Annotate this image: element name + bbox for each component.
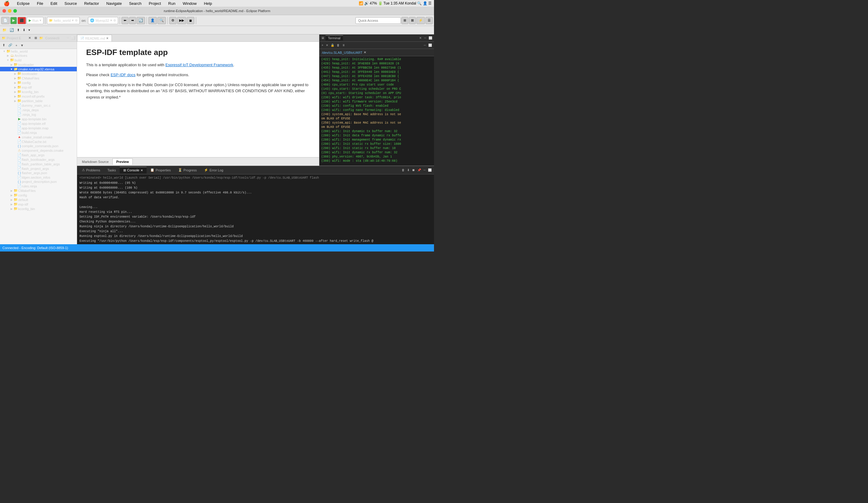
menu-source[interactable]: Source	[63, 1, 78, 6]
menu-navigate[interactable]: Navigate	[105, 1, 123, 6]
sidebar-new-btn[interactable]: +	[14, 43, 19, 48]
terminal-device-close[interactable]: ✕	[364, 51, 366, 54]
tree-item-ldgen[interactable]: 📄 ldgen.section_infos	[0, 175, 77, 179]
menu-eclipse[interactable]: Eclipse	[16, 1, 31, 6]
tree-item-partition_table[interactable]: ▶ 📁 partition_table	[0, 99, 77, 103]
toolbar-view-btn3[interactable]: ⚡	[416, 17, 425, 24]
console-close-icon[interactable]: ✕	[141, 169, 143, 172]
toolbar-view-btn2[interactable]: ⊠	[409, 17, 416, 24]
tree-item-CMakeCache[interactable]: 📄 CMakeCache.txt	[0, 139, 77, 144]
tab-properties[interactable]: 📋 Properties	[147, 167, 174, 173]
new-button[interactable]: 📄	[1, 17, 10, 24]
editor-content[interactable]: ESP-IDF template app This is a template …	[77, 42, 319, 157]
tree-item-config2[interactable]: ▶ 📁 config	[0, 193, 77, 197]
terminal-tab[interactable]: Terminal	[326, 35, 343, 41]
toolbar-btn8[interactable]: ⏹	[187, 17, 194, 24]
menu-file[interactable]: File	[36, 1, 44, 6]
tree-item-flash_bootloader_args[interactable]: 📄 flash_bootloader_args	[0, 157, 77, 162]
quick-access-input[interactable]	[355, 17, 401, 24]
tab-markdown-source[interactable]: Markdown Source	[78, 159, 112, 165]
sidebar-collapse-btn[interactable]: ⬆	[1, 43, 6, 48]
sidebar-link-btn[interactable]: 🔗	[7, 43, 13, 48]
tree-item-build[interactable]: ▼ 📁 build	[0, 58, 77, 62]
tab-tasks[interactable]: Tasks	[104, 167, 120, 173]
tree-item-cmake-run[interactable]: ▼ 📁 cmake.run.esp32.xtensa	[0, 67, 77, 71]
toolbar-view-btn1[interactable]: ⊞	[401, 17, 408, 24]
toolbar-btn7[interactable]: ▶▶	[177, 17, 186, 24]
tree-item-CMakeFiles2[interactable]: ▶ 📁 CMakeFiles	[0, 188, 77, 193]
tree-item-esp-idf2[interactable]: ▶ 📁 esp-idf	[0, 202, 77, 206]
tree-item-hello_world[interactable]: ▼ 📁 hello_world	[0, 49, 77, 53]
tree-item-app_elf[interactable]: 📄 app-template.elf	[0, 121, 77, 126]
tree-item-dummy_main[interactable]: 📄 dummy_main_src.c	[0, 103, 77, 107]
tab-preview[interactable]: Preview	[112, 158, 133, 165]
close-button[interactable]	[2, 9, 6, 13]
project-combo[interactable]: 📁 hello_world ▾ ⚙	[47, 17, 80, 24]
menu-run[interactable]: Run	[167, 1, 177, 6]
tree-item-bootloader[interactable]: ▶ 📁 bootloader	[0, 62, 77, 67]
console-output[interactable]: <terminated> hello_world [Launch over Se…	[77, 174, 434, 244]
tab-close-icon[interactable]: ✕	[106, 37, 108, 40]
toolbar2-btn5[interactable]: ▾	[27, 28, 31, 33]
toolbar-btn5[interactable]: 🔍	[157, 17, 166, 24]
tab-problems[interactable]: ⚠ Problems	[78, 167, 104, 173]
maximize-button[interactable]	[13, 9, 17, 13]
console-clear-btn[interactable]: 🗑	[401, 168, 406, 172]
tree-item-project_description[interactable]: { } project_description.json	[0, 179, 77, 184]
tree-item-flasher_args[interactable]: { } flasher_args.json	[0, 171, 77, 175]
menu-refactor[interactable]: Refactor	[83, 1, 100, 6]
link-esp-idf-docs[interactable]: ESP-IDF docs	[111, 73, 135, 77]
tree-item-mconf[interactable]: ▶ 📁 mconf-idf-prefix	[0, 94, 77, 99]
tree-item-rules_ninja[interactable]: 📄 rules.ninja	[0, 184, 77, 188]
menu-edit[interactable]: Edit	[49, 1, 58, 6]
console-max-btn[interactable]: ⬜	[427, 168, 433, 172]
terminal-clear-btn[interactable]: 🗑	[336, 43, 341, 48]
editor-tab-readme[interactable]: 📄 README.md ✕	[77, 35, 112, 41]
console-stop-btn[interactable]: ⏹	[411, 168, 416, 172]
toolbar2-btn3[interactable]: ⬆	[16, 28, 21, 33]
tree-item-compile_commands[interactable]: { } compile_commands.json	[0, 144, 77, 148]
terminal-min-btn2[interactable]: ─	[423, 43, 427, 48]
terminal-output[interactable]: (422) heap_init: Initializing. RAM avail…	[319, 56, 434, 166]
apple-menu[interactable]: 🍎	[2, 1, 11, 6]
toolbar-btn2[interactable]: ➡	[129, 17, 136, 24]
tree-item-ninja_log[interactable]: 📄 .ninja_log	[0, 112, 77, 117]
terminal-new-btn[interactable]: +	[321, 43, 324, 48]
console-min-btn[interactable]: ─	[422, 168, 427, 172]
terminal-min-icon[interactable]: ─	[424, 36, 426, 40]
toolbar-btn4[interactable]: 👤	[148, 17, 157, 24]
tree-item-component_depends[interactable]: ⚠ component_depends.cmake	[0, 148, 77, 153]
toolbar2-btn2[interactable]: 🔄	[9, 28, 15, 33]
terminal-close-icon[interactable]: ✕	[419, 36, 422, 40]
debug-button[interactable]: ▶	[10, 17, 17, 24]
tab-progress[interactable]: ⏳ Progress	[174, 167, 200, 173]
link-espressif[interactable]: Espressif IoT Development Framework	[165, 63, 233, 67]
toolbar2-btn4[interactable]: ⬇	[21, 28, 27, 33]
tree-item-build_ninja[interactable]: 📄 build.ninja	[0, 130, 77, 135]
terminal-device-name[interactable]: /dev/cu.SLAB_USBtoUART	[322, 51, 362, 54]
tree-item-app_bin[interactable]: ▶ app-template.bin	[0, 117, 77, 121]
tab-error-log[interactable]: ⚡ Error Log	[200, 167, 227, 173]
stop-button[interactable]: ⬛	[18, 17, 26, 24]
tree-item-kconfig_bin2[interactable]: ▶ 📁 kconfig_bin	[0, 206, 77, 211]
device-combo[interactable]: 🌐 Myesp32 ▾ ⚙	[88, 17, 118, 24]
tree-item-cmake_install[interactable]: 🔺 cmake_install.cmake	[0, 135, 77, 139]
menu-window[interactable]: Window	[181, 1, 198, 6]
toolbar2-btn1[interactable]: 📁	[1, 28, 8, 33]
tree-item-ninja_deps[interactable]: 📄 .ninja_deps	[0, 107, 77, 112]
tree-item-flash_project_args[interactable]: 📄 flash_project_args	[0, 166, 77, 171]
minimize-button[interactable]	[8, 9, 11, 13]
terminal-pause-btn[interactable]: ⏸	[341, 43, 346, 48]
run-combo[interactable]: ▶ Run ▾	[27, 17, 43, 24]
terminal-max-btn2[interactable]: ⬜	[427, 43, 433, 48]
tree-item-app_map[interactable]: 📄 app-template.map	[0, 126, 77, 130]
tree-item-config[interactable]: ▶ 📁 config	[0, 80, 77, 85]
menu-search[interactable]: Search	[128, 1, 143, 6]
tree-item-archives[interactable]: ▶ 🗂 Archives	[0, 53, 77, 58]
terminal-max-icon[interactable]: ⬜	[428, 36, 432, 40]
tree-item-flash_partition_table_args[interactable]: 📄 flash_partition_table_args	[0, 162, 77, 166]
tree-item-kconfig_bin[interactable]: ▶ 📁 kconfig_bin	[0, 90, 77, 94]
tree-item-bootloader2[interactable]: ▶ 📁 bootloader	[0, 71, 77, 76]
toolbar-btn3[interactable]: 🔄	[137, 17, 145, 24]
toolbar-view-btn4[interactable]: ☰	[425, 17, 433, 24]
